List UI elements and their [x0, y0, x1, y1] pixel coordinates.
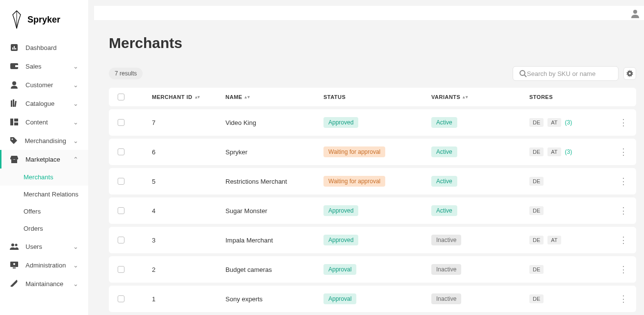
topbar — [94, 6, 644, 20]
row-actions-button[interactable]: ⋮ — [608, 146, 627, 157]
search-input[interactable] — [527, 70, 612, 77]
stores-more-link[interactable]: (3) — [565, 148, 572, 155]
status-badge: Approval — [323, 293, 356, 304]
col-merchant-id[interactable]: MERCHANT ID▴▾ — [152, 94, 225, 100]
sidebar-item-maintainance[interactable]: Maintainance ⌄ — [0, 274, 88, 293]
table-row: 3Impala MerchantApprovedInactiveDEAT⋮ — [109, 227, 636, 253]
table-settings-button[interactable] — [623, 67, 636, 80]
svg-rect-1 — [12, 48, 13, 49]
sidebar-item-label: Marketplace — [25, 156, 66, 163]
cell-stores: DE — [529, 177, 608, 186]
table-header: MERCHANT ID▴▾ NAME▴▾ STATUS VARIANTS▴▾ S… — [109, 88, 636, 106]
cell-name: Sugar Monster — [225, 207, 323, 215]
row-checkbox[interactable] — [118, 207, 124, 214]
row-actions-button[interactable]: ⋮ — [608, 117, 627, 128]
sidebar-item-label: Sales — [25, 63, 66, 70]
store-badge: DE — [529, 294, 544, 303]
sidebar-item-dashboard[interactable]: Dashboard — [0, 38, 88, 57]
cell-stores: DEAT — [529, 236, 608, 244]
search-box[interactable] — [513, 66, 619, 81]
sidebar-item-label: Content — [25, 119, 66, 126]
svg-rect-12 — [14, 122, 18, 125]
svg-point-16 — [15, 244, 18, 246]
svg-line-22 — [524, 75, 526, 77]
sidebar-item-label: Administration — [25, 262, 66, 269]
sidebar-item-merchandising[interactable]: Merchandising ⌄ — [0, 131, 88, 150]
status-badge: Waiting for approval — [323, 176, 385, 187]
col-name[interactable]: NAME▴▾ — [225, 94, 323, 100]
variant-badge: Active — [431, 146, 457, 157]
cell-name: Impala Merchant — [225, 237, 323, 244]
table-row: 4Sugar MonsterApprovedActiveDE⋮ — [109, 197, 636, 224]
cell-stores: DEAT(3) — [529, 147, 608, 156]
table-toolbar: 7 results — [109, 66, 636, 81]
row-checkbox[interactable] — [118, 295, 124, 302]
gear-icon — [626, 70, 634, 77]
row-actions-button[interactable]: ⋮ — [608, 235, 627, 245]
row-actions-button[interactable]: ⋮ — [608, 264, 627, 275]
brand-logo[interactable]: Spryker — [0, 6, 88, 38]
stores-more-link[interactable]: (3) — [565, 119, 572, 126]
sidebar-subitem-merchants[interactable]: Merchants — [0, 169, 88, 186]
user-avatar-icon[interactable] — [630, 8, 640, 18]
svg-point-20 — [633, 10, 637, 14]
svg-rect-18 — [13, 267, 16, 268]
status-badge: Approved — [323, 117, 358, 128]
svg-rect-14 — [11, 160, 17, 163]
chevron-down-icon: ⌄ — [73, 100, 78, 107]
row-actions-button[interactable]: ⋮ — [608, 293, 627, 304]
row-checkbox[interactable] — [118, 237, 124, 243]
sidebar-item-users[interactable]: Users ⌄ — [0, 237, 88, 256]
cell-merchant-id: 1 — [152, 295, 225, 303]
store-icon — [10, 155, 19, 164]
chevron-down-icon: ⌄ — [73, 280, 78, 288]
sidebar-item-administration[interactable]: Administration ⌄ — [0, 256, 88, 274]
results-count: 7 results — [109, 68, 143, 79]
search-icon — [519, 70, 527, 77]
variant-badge: Inactive — [431, 235, 461, 245]
cell-stores: DE — [529, 206, 608, 215]
page-content: Merchants 7 results MERCHANT ID▴▾ — [88, 20, 644, 315]
sidebar-item-sales[interactable]: Sales ⌄ — [0, 57, 88, 75]
cell-name: Sony experts — [225, 295, 323, 303]
sidebar-item-label: Maintainance — [25, 280, 66, 288]
variant-badge: Active — [431, 117, 457, 128]
row-actions-button[interactable]: ⋮ — [608, 205, 627, 216]
chevron-down-icon: ⌄ — [73, 119, 78, 126]
chevron-down-icon: ⌄ — [73, 243, 78, 250]
sidebar: Spryker Dashboard Sales ⌄ Customer ⌄ Cat… — [0, 0, 88, 315]
cell-merchant-id: 7 — [152, 119, 225, 126]
row-checkbox[interactable] — [118, 119, 124, 126]
sidebar-item-catalogue[interactable]: Catalogue ⌄ — [0, 94, 88, 113]
sidebar-item-content[interactable]: Content ⌄ — [0, 113, 88, 131]
cell-merchant-id: 6 — [152, 148, 225, 156]
chevron-up-icon: ⌃ — [73, 156, 78, 163]
col-variants[interactable]: VARIANTS▴▾ — [431, 94, 529, 100]
row-checkbox[interactable] — [118, 178, 124, 185]
sidebar-item-label: Merchandising — [25, 137, 66, 145]
sidebar-subitem-orders[interactable]: Orders — [0, 220, 88, 237]
sidebar-item-label: Users — [25, 243, 66, 250]
variant-badge: Active — [431, 205, 457, 216]
sidebar-item-customer[interactable]: Customer ⌄ — [0, 75, 88, 94]
col-status: STATUS — [323, 94, 431, 100]
cell-merchant-id: 5 — [152, 178, 225, 185]
brand-name: Spryker — [27, 15, 60, 25]
svg-rect-7 — [11, 100, 12, 107]
row-checkbox[interactable] — [118, 148, 124, 155]
row-actions-button[interactable]: ⋮ — [608, 176, 627, 187]
svg-point-13 — [12, 139, 13, 140]
store-badge: AT — [547, 147, 561, 156]
sidebar-item-marketplace[interactable]: Marketplace ⌃ — [0, 150, 88, 169]
select-all-checkbox[interactable] — [118, 94, 124, 100]
svg-rect-9 — [14, 101, 17, 107]
svg-point-24 — [629, 73, 631, 74]
svg-point-19 — [13, 263, 15, 265]
row-checkbox[interactable] — [118, 266, 124, 273]
sort-icon: ▴▾ — [463, 96, 468, 98]
sidebar-subitem-merchant-relations[interactable]: Merchant Relations — [0, 186, 88, 203]
chevron-down-icon: ⌄ — [73, 81, 78, 89]
sidebar-subitem-offers[interactable]: Offers — [0, 203, 88, 220]
store-badge: DE — [529, 118, 544, 127]
store-badge: DE — [529, 236, 544, 244]
